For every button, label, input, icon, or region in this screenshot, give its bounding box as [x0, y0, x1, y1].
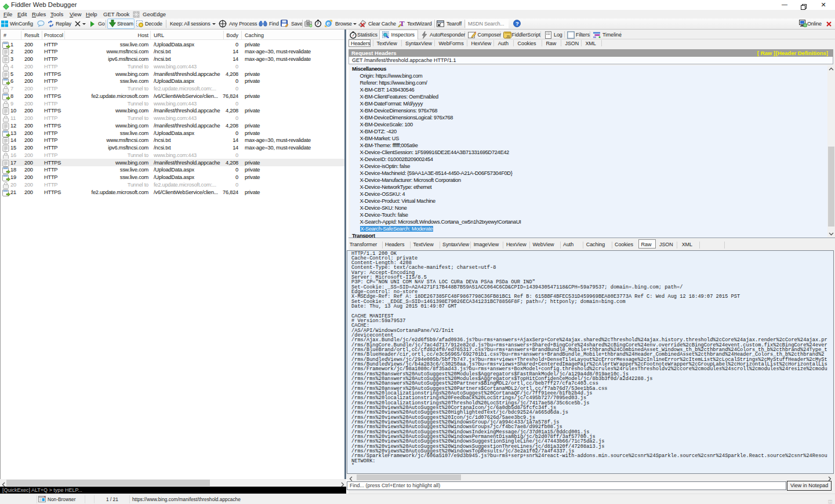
svg-text:JS: JS — [506, 35, 510, 38]
svg-text:e: e — [326, 20, 330, 27]
svg-text:T: T — [400, 20, 405, 27]
svg-text:?: ? — [515, 20, 519, 27]
